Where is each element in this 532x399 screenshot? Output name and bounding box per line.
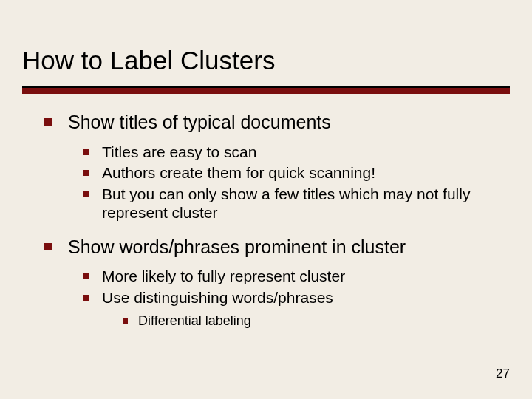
title-rule-red [22, 88, 510, 94]
slide-content: Show titles of typical documents Titles … [44, 111, 510, 330]
bullet-square-icon [83, 149, 89, 155]
bullet-text: Use distinguishing words/phrases [102, 288, 510, 307]
page-number: 27 [496, 366, 510, 381]
bullet-square-icon [44, 243, 52, 250]
bullet-level2: But you can only show a few titles which… [83, 185, 510, 222]
bullet-text: Show words/phrases prominent in cluster [68, 236, 510, 259]
bullet-level1: Show words/phrases prominent in cluster [44, 236, 510, 259]
bullet-square-icon [44, 118, 52, 126]
bullet-square-icon [123, 318, 128, 324]
bullet-level2: Titles are easy to scan [83, 143, 510, 162]
bullet-text: Show titles of typical documents [68, 111, 510, 134]
bullet-square-icon [83, 191, 89, 197]
bullet-text: Differential labeling [138, 313, 510, 330]
bullet-level3: Differential labeling [123, 313, 510, 330]
bullet-level2: More likely to fully represent cluster [83, 267, 510, 286]
bullet-square-icon [83, 273, 89, 279]
slide: How to Label Clusters Show titles of typ… [0, 0, 532, 399]
bullet-square-icon [83, 170, 89, 176]
bullet-text: But you can only show a few titles which… [102, 185, 510, 222]
bullet-level2: Authors create them for quick scanning! [83, 163, 510, 183]
bullet-level2: Use distinguishing words/phrases [83, 288, 510, 307]
bullet-square-icon [83, 295, 89, 301]
bullet-text: More likely to fully represent cluster [102, 267, 510, 286]
bullet-text: Authors create them for quick scanning! [102, 163, 510, 183]
bullet-level1: Show titles of typical documents [44, 111, 510, 134]
slide-title: How to Label Clusters [22, 46, 275, 75]
bullet-text: Titles are easy to scan [102, 143, 510, 162]
